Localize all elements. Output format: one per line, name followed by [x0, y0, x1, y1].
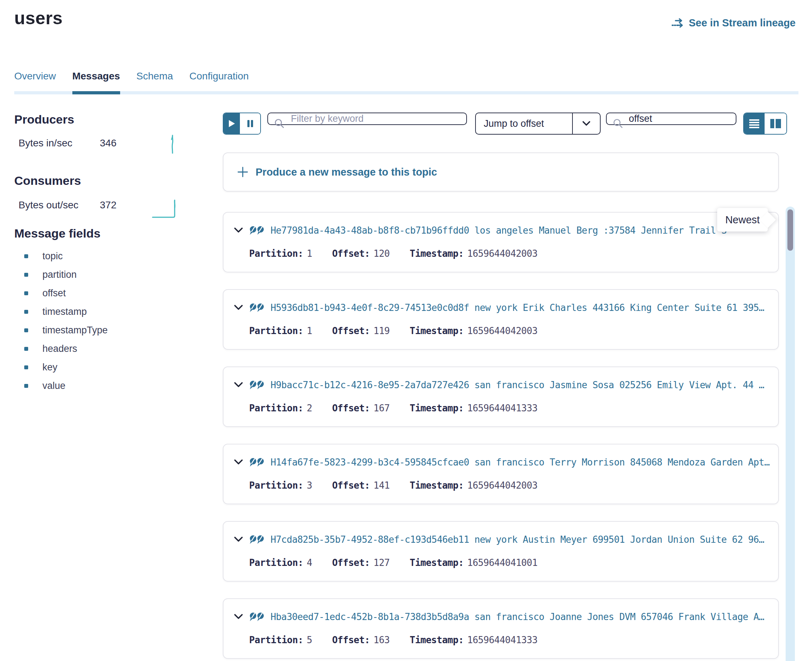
- expand-chevron-icon[interactable]: [234, 305, 243, 311]
- message-key[interactable]: He77981da-4a43-48ab-b8f8-cb71b96ffdd0 lo…: [271, 225, 770, 236]
- produce-message-button[interactable]: Produce a new message to this topic: [223, 152, 779, 192]
- field-item-topic: topic: [24, 251, 63, 262]
- column-view-icon: [770, 118, 782, 129]
- bullet-icon: [24, 291, 28, 295]
- bytes-in-value: 346: [100, 137, 117, 149]
- jump-to-offset-select[interactable]: Jump to offset: [475, 113, 601, 135]
- tab-overview[interactable]: Overview: [14, 70, 56, 94]
- offset-value: 119: [373, 326, 389, 336]
- bytes-out-sparkline: [151, 196, 182, 219]
- offset-value: 120: [373, 248, 389, 259]
- newest-tooltip: Newest: [717, 208, 768, 232]
- consumers-heading: Consumers: [14, 174, 81, 188]
- bullet-icon: [24, 273, 28, 277]
- play-pause-toggle: [223, 113, 261, 135]
- message-row: H7cda825b-35b7-4952-88ef-c193d546eb11 ne…: [223, 521, 779, 581]
- offset-search-wrap: [606, 113, 737, 135]
- producers-heading: Producers: [14, 113, 74, 126]
- tab-configuration[interactable]: Configuration: [189, 70, 249, 94]
- message-key-quotes-icon: [249, 612, 265, 622]
- message-list: He77981da-4a43-48ab-b8f8-cb71b96ffdd0 lo…: [223, 212, 779, 659]
- bullet-icon: [24, 310, 28, 314]
- filter-by-keyword-input[interactable]: [267, 113, 467, 125]
- bullet-icon: [24, 328, 28, 332]
- timestamp-value: 1659644042003: [467, 248, 538, 259]
- field-item-key: key: [24, 362, 58, 373]
- chevron-down-icon: [573, 121, 600, 126]
- message-key[interactable]: Hba30eed7-1edc-452b-8b1a-738d3b5d8a9a sa…: [271, 612, 770, 622]
- field-item-timestamp: timestamp: [24, 306, 87, 317]
- message-key[interactable]: H7cda825b-35b7-4952-88ef-c193d546eb11 ne…: [271, 534, 770, 545]
- partition-value: 2: [307, 403, 312, 414]
- pause-icon: [247, 119, 254, 128]
- newest-tooltip-label: Newest: [726, 214, 760, 226]
- message-key-quotes-icon: [249, 225, 265, 235]
- timestamp-value: 1659644042003: [467, 480, 538, 491]
- offset-search-input[interactable]: [606, 113, 737, 125]
- page-title: users: [14, 8, 63, 29]
- partition-value: 4: [307, 557, 312, 568]
- topic-messages-page: users See in Stream lineage Overview Mes…: [0, 0, 812, 661]
- search-icon: [274, 118, 285, 129]
- offset-value: 167: [373, 403, 389, 414]
- lineage-arrows-icon: [671, 18, 684, 29]
- message-key[interactable]: H9bacc71c-b12c-4216-8e95-2a7da727e426 sa…: [271, 380, 770, 390]
- bytes-in-sparkline: [168, 133, 177, 155]
- partition-value: 3: [307, 480, 312, 491]
- field-item-partition: partition: [24, 269, 77, 280]
- partition-value: 1: [307, 326, 312, 336]
- search-icon: [612, 118, 624, 129]
- offset-value: 163: [373, 635, 389, 645]
- produce-message-label: Produce a new message to this topic: [256, 166, 437, 178]
- consumers-metric-row: Bytes out/sec 372: [19, 196, 186, 217]
- stream-lineage-link[interactable]: See in Stream lineage: [671, 17, 796, 29]
- timestamp-value: 1659644041001: [467, 557, 538, 568]
- partition-value: 1: [307, 248, 312, 259]
- column-view-button[interactable]: [765, 113, 786, 134]
- view-mode-toggle: [743, 113, 787, 135]
- bytes-out-label: Bytes out/sec: [19, 200, 78, 211]
- plus-icon: [237, 166, 248, 178]
- tab-schema[interactable]: Schema: [136, 70, 173, 94]
- expand-chevron-icon[interactable]: [234, 382, 243, 388]
- message-key-quotes-icon: [249, 457, 265, 467]
- message-key-quotes-icon: [249, 380, 265, 390]
- messages-toolbar: Jump to offset: [223, 113, 787, 135]
- field-item-offset: offset: [24, 288, 66, 299]
- timestamp-value: 1659644041333: [467, 403, 538, 414]
- filter-field-wrap: [267, 113, 475, 135]
- message-key[interactable]: H14fa67fe-5823-4299-b3c4-595845cfcae0 sa…: [271, 457, 770, 468]
- messages-scrollbar-track[interactable]: [786, 206, 795, 661]
- tab-messages[interactable]: Messages: [72, 70, 120, 94]
- message-row: H5936db81-b943-4e0f-8c29-74513e0c0d8f ne…: [223, 289, 779, 350]
- message-row: He77981da-4a43-48ab-b8f8-cb71b96ffdd0 lo…: [223, 212, 779, 273]
- field-item-timestampType: timestampType: [24, 325, 108, 336]
- bullet-icon: [24, 347, 28, 351]
- expand-chevron-icon[interactable]: [234, 227, 243, 234]
- stream-lineage-link-label: See in Stream lineage: [689, 17, 796, 29]
- expand-chevron-icon[interactable]: [234, 614, 243, 620]
- expand-chevron-icon[interactable]: [234, 536, 243, 543]
- play-icon: [228, 119, 235, 128]
- message-fields-heading: Message fields: [14, 227, 101, 240]
- message-key-quotes-icon: [249, 535, 265, 544]
- jump-to-offset-value: Jump to offset: [476, 118, 572, 129]
- list-view-button[interactable]: [744, 113, 765, 134]
- bytes-out-value: 372: [100, 200, 117, 211]
- message-key[interactable]: H5936db81-b943-4e0f-8c29-74513e0c0d8f ne…: [271, 302, 770, 313]
- bullet-icon: [24, 384, 28, 388]
- message-row: H14fa67fe-5823-4299-b3c4-595845cfcae0 sa…: [223, 444, 779, 504]
- message-row: H9bacc71c-b12c-4216-8e95-2a7da727e426 sa…: [223, 366, 779, 427]
- timestamp-value: 1659644042003: [467, 326, 538, 336]
- pause-button[interactable]: [240, 113, 260, 134]
- partition-value: 5: [307, 635, 312, 645]
- list-view-icon: [749, 118, 759, 129]
- bytes-in-label: Bytes in/sec: [19, 137, 72, 149]
- expand-chevron-icon[interactable]: [234, 459, 243, 465]
- message-key-quotes-icon: [249, 303, 265, 313]
- play-button[interactable]: [224, 113, 240, 134]
- field-item-value: value: [24, 380, 66, 391]
- producers-metric-row: Bytes in/sec 346: [19, 135, 186, 155]
- messages-scrollbar-thumb[interactable]: [787, 209, 793, 251]
- offset-value: 127: [373, 557, 389, 568]
